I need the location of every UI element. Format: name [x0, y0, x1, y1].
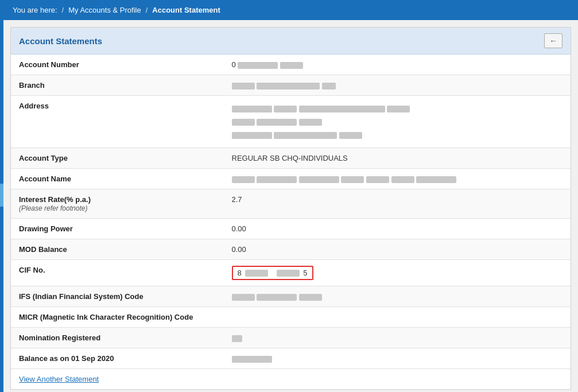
field-value-mod-balance: 0.00	[224, 239, 571, 260]
redacted-block	[257, 176, 297, 183]
breadcrumb: You are here: / My Accounts & Profile / …	[3, 0, 578, 20]
redacted-block	[274, 106, 297, 112]
redacted-block	[238, 62, 278, 69]
view-link-row: View Another Statement	[11, 369, 571, 389]
redacted-block	[274, 132, 337, 139]
redacted-block	[245, 270, 268, 277]
field-label-micr-code: MICR (Magnetic Ink Character Recognition…	[11, 307, 224, 328]
redacted-block	[232, 106, 272, 112]
field-label-branch: Branch	[11, 75, 224, 96]
redacted-block	[280, 62, 303, 69]
back-button[interactable]: ←	[544, 33, 563, 48]
field-value-nomination	[224, 328, 571, 348]
redacted-block	[232, 335, 242, 342]
table-row: Drawing Power 0.00	[11, 219, 571, 239]
table-row: CIF No. 8 5	[11, 260, 571, 286]
field-label-account-name: Account Name	[11, 169, 224, 189]
field-label-cif-no: CIF No.	[11, 260, 224, 286]
table-row: Account Number 0	[11, 55, 571, 75]
redacted-block	[232, 119, 255, 126]
table-row: IFS (Indian Financial System) Code	[11, 286, 571, 307]
field-label-drawing-power: Drawing Power	[11, 219, 224, 239]
field-label-interest-rate: Interest Rate(% p.a.) (Please refer foot…	[11, 189, 224, 219]
redacted-block	[232, 294, 255, 301]
field-value-account-name	[224, 169, 571, 189]
view-another-statement-link[interactable]: View Another Statement	[19, 375, 99, 383]
field-value-ifs-code	[224, 286, 571, 307]
redacted-block	[416, 176, 456, 183]
redacted-block	[322, 83, 336, 90]
breadcrumb-sep2: /	[146, 6, 148, 14]
table-row: Nomination Registered	[11, 328, 571, 348]
field-label-mod-balance: MOD Balance	[11, 239, 224, 260]
table-row: Balance as on 01 Sep 2020	[11, 348, 571, 369]
field-value-account-type: REGULAR SB CHQ-INDIVIDUALS	[224, 148, 571, 169]
address-line-1	[232, 102, 563, 115]
panel-title: Account Statements	[19, 36, 102, 46]
table-row: MICR (Magnetic Ink Character Recognition…	[11, 307, 571, 328]
address-line-3	[232, 129, 563, 142]
redacted-block	[341, 176, 364, 183]
cif-box: 8 5	[232, 266, 313, 280]
redacted-block	[387, 106, 410, 112]
field-value-address	[224, 96, 571, 148]
field-value-drawing-power: 0.00	[224, 219, 571, 239]
field-value-balance	[224, 348, 571, 369]
redacted-block	[257, 294, 297, 301]
redacted-block	[257, 119, 297, 126]
table-row: Account Name	[11, 169, 571, 189]
address-block	[232, 102, 563, 142]
field-label-account-number: Account Number	[11, 55, 224, 75]
table-row: Interest Rate(% p.a.) (Please refer foot…	[11, 189, 571, 219]
redacted-block	[391, 176, 414, 183]
table-row: MOD Balance 0.00	[11, 239, 571, 260]
table-row: Account Type REGULAR SB CHQ-INDIVIDUALS	[11, 148, 571, 169]
account-statements-panel: Account Statements ← Account Number 0 Br…	[10, 27, 571, 390]
redacted-block	[257, 83, 320, 90]
redacted-block	[232, 176, 255, 183]
address-line-2	[232, 115, 563, 128]
field-value-branch	[224, 75, 571, 96]
redacted-block	[232, 356, 272, 363]
table-row: Address	[11, 96, 571, 148]
redacted-block	[277, 270, 300, 277]
breadcrumb-link-accounts[interactable]: My Accounts & Profile	[68, 6, 141, 14]
field-value-interest-rate: 2.7	[224, 189, 571, 219]
field-label-address: Address	[11, 96, 224, 148]
breadcrumb-current: Account Statement	[152, 6, 220, 14]
field-value-micr-code	[224, 307, 571, 328]
info-table: Account Number 0 Branch Address	[11, 55, 571, 369]
interest-rate-sub-label: (Please refer footnote)	[19, 204, 87, 212]
breadcrumb-sep1: /	[62, 6, 64, 14]
breadcrumb-prefix: You are here:	[13, 6, 57, 14]
panel-header: Account Statements ←	[11, 28, 571, 55]
redacted-block	[232, 83, 255, 90]
redacted-block	[299, 119, 322, 126]
redacted-block	[366, 176, 389, 183]
field-label-ifs-code: IFS (Indian Financial System) Code	[11, 286, 224, 307]
field-value-cif-no: 8 5	[224, 260, 571, 286]
tab-accent	[0, 184, 3, 207]
field-value-account-number: 0	[224, 55, 571, 75]
redacted-block	[299, 106, 385, 112]
table-row: Branch	[11, 75, 571, 96]
redacted-block	[299, 176, 339, 183]
redacted-block	[339, 132, 362, 139]
redacted-block	[232, 132, 272, 139]
field-label-balance: Balance as on 01 Sep 2020	[11, 348, 224, 369]
redacted-block	[299, 294, 322, 301]
field-label-account-type: Account Type	[11, 148, 224, 169]
field-label-nomination: Nomination Registered	[11, 328, 224, 348]
